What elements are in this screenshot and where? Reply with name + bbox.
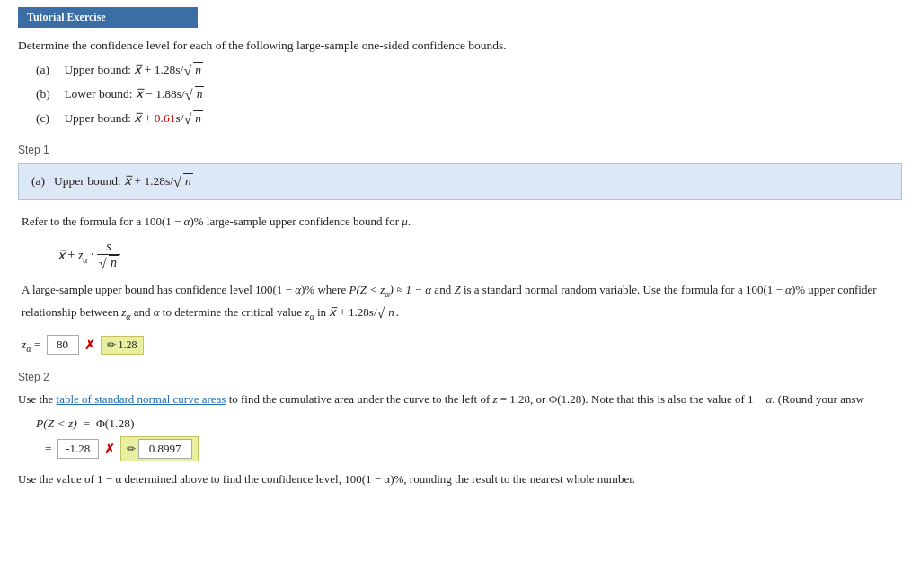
result-display: 0.8997	[138, 439, 192, 459]
subquestion-c: (c) Upper bound: x + 0.61s/√n	[36, 110, 902, 127]
phi-line: P(Z < z) = Φ(1.28)	[36, 417, 902, 431]
pencil-icon: ✏	[107, 338, 116, 352]
z-cross-icon: ✗	[84, 338, 95, 353]
neg-cross-icon: ✗	[104, 442, 115, 457]
subquestion-a: (a) Upper bound: x + 1.28s/√n	[36, 62, 902, 79]
tutorial-header: Tutorial Exercise	[18, 7, 198, 28]
subquestion-b-text: Lower bound: x − 1.88s/√n	[64, 87, 204, 101]
formula-display: x + zα · s √n	[58, 240, 898, 272]
z-value-display: 1.28	[119, 338, 137, 352]
step2-after-link: to find the cumulative area under the cu…	[226, 392, 863, 406]
step1-explanation2: A large-sample upper bound has confidenc…	[22, 281, 898, 324]
step2-text: Use the table of standard normal curve a…	[18, 391, 902, 409]
equals-sign: =	[45, 442, 52, 456]
neg-input[interactable]: -1.28	[58, 439, 99, 459]
subquestion-b: (b) Lower bound: x − 1.88s/√n	[36, 86, 902, 103]
result-edit-button[interactable]: ✏ 0.8997	[120, 436, 199, 461]
step2-section: Step 2 Use the table of standard normal …	[18, 371, 902, 489]
standard-normal-curve-link[interactable]: table of standard normal curve areas	[57, 392, 226, 406]
z-label: zα =	[22, 338, 41, 354]
step1-explanation: Refer to the formula for a 100(1 − α)% l…	[22, 213, 898, 232]
step2-before-link: Use the	[18, 392, 57, 406]
equals-line: = -1.28 ✗ ✏ 0.8997	[45, 436, 902, 461]
subquestion-a-label: (a)	[36, 63, 61, 77]
z-input-line: zα = 80 ✗ ✏ 1.28	[22, 335, 898, 355]
step1-label: Step 1	[18, 144, 902, 156]
subquestion-c-label: (c)	[36, 111, 61, 126]
subquestion-b-label: (b)	[36, 87, 61, 101]
step1-box: (a) Upper bound: x + 1.28s/√n	[18, 163, 902, 200]
subquestion-a-text: Upper bound: x + 1.28s/√n	[64, 63, 203, 76]
z-input[interactable]: 80	[47, 335, 79, 355]
step1-box-text: (a) Upper bound: x + 1.28s/√n	[31, 174, 193, 188]
z-edit-button[interactable]: ✏ 1.28	[101, 336, 144, 355]
question-intro: Determine the confidence level for each …	[18, 39, 902, 53]
final-text: Use the value of 1 − α determined above …	[18, 470, 902, 489]
step2-label: Step 2	[18, 371, 902, 383]
pencil-icon-2: ✏	[127, 443, 136, 456]
subquestion-c-text: Upper bound: x + 0.61s/√n	[64, 111, 203, 125]
step1-content: Refer to the formula for a 100(1 − α)% l…	[18, 213, 902, 355]
